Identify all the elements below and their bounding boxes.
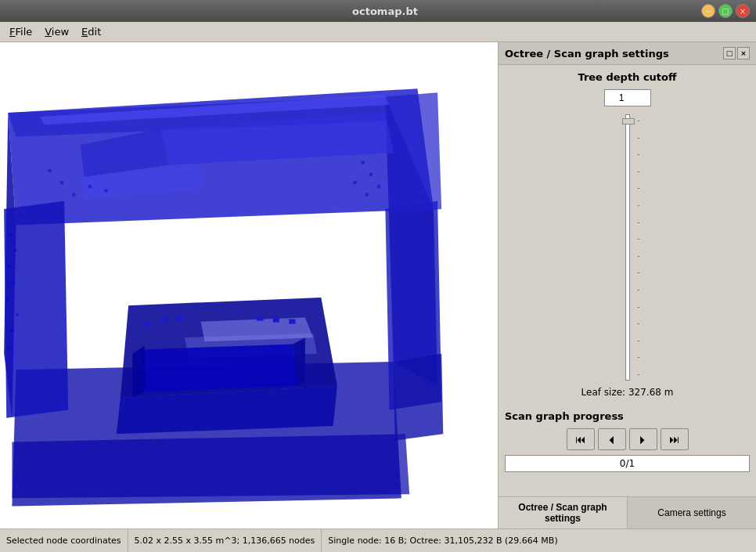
tick-11: -	[637, 286, 639, 294]
svg-rect-31	[289, 319, 295, 324]
scan-graph-section: Scan graph progress ⏮ ⏴ ⏵ ⏭ 0/1	[505, 410, 750, 472]
tick-4: -	[637, 168, 639, 175]
svg-rect-45	[353, 181, 356, 184]
status-label: Selected node coordinates	[6, 536, 121, 546]
tick-15: -	[637, 353, 639, 361]
transport-controls: ⏮ ⏴ ⏵ ⏭	[505, 428, 750, 450]
settings-content: Tree depth cutoff - - - - - -	[499, 65, 756, 496]
btn-rewind[interactable]: ⏮	[567, 428, 595, 450]
tick-12: -	[637, 303, 639, 311]
minimize-button[interactable]: −	[701, 4, 715, 18]
svg-rect-16	[12, 281, 14, 283]
statusbar: Selected node coordinates 5.02 x 2.55 x …	[0, 529, 756, 552]
svg-rect-43	[377, 185, 380, 188]
tick-5: -	[637, 184, 639, 192]
svg-rect-39	[88, 185, 92, 188]
svg-rect-44	[365, 193, 369, 197]
status-memory: Single node: 16 B; Octree: 31,105,232 B …	[328, 536, 557, 546]
svg-rect-30	[273, 318, 279, 323]
svg-rect-26	[145, 322, 151, 327]
svg-marker-10	[385, 92, 441, 213]
tree-depth-input[interactable]	[604, 89, 651, 106]
leaf-size-label: Leaf size:	[581, 387, 626, 398]
leaf-size-display: Leaf size: 327.68 m	[581, 387, 674, 398]
panel-float-button[interactable]: □	[723, 47, 736, 60]
tab-bar: Octree / Scan graph settings Camera sett…	[499, 496, 756, 529]
svg-rect-40	[104, 189, 107, 192]
svg-rect-20	[8, 345, 10, 348]
svg-rect-14	[14, 249, 16, 251]
scan-graph-title: Scan graph progress	[505, 410, 750, 422]
scan-progress-bar: 0/1	[505, 455, 750, 472]
tree-depth-slider-track: - - - - - - - - - - - - -	[625, 114, 630, 381]
menu-file[interactable]: FFile	[3, 24, 38, 39]
svg-rect-36	[49, 169, 52, 172]
svg-rect-19	[11, 330, 13, 332]
svg-rect-37	[60, 181, 63, 184]
menu-edit[interactable]: Edit	[75, 24, 107, 39]
progress-value: 0/1	[620, 458, 635, 469]
svg-marker-23	[136, 344, 297, 392]
tree-depth-section: Tree depth cutoff - - - - - -	[505, 71, 750, 398]
svg-rect-27	[160, 318, 167, 323]
tick-16: -	[637, 370, 639, 378]
tree-depth-slider-thumb[interactable]	[622, 118, 635, 124]
svg-rect-42	[369, 173, 373, 176]
panel-close-button[interactable]: ×	[737, 47, 750, 60]
svg-rect-17	[6, 298, 9, 300]
3d-scene-svg	[0, 42, 498, 529]
titlebar: octomap.bt − □ ×	[0, 0, 756, 22]
window-controls: − □ ×	[701, 4, 750, 18]
tick-8: -	[637, 235, 639, 243]
leaf-size-value: 327.68 m	[628, 387, 674, 398]
svg-marker-33	[12, 434, 409, 498]
status-coordinates: 5.02 x 2.55 x 3.55 m^3; 1,136,665 nodes	[135, 536, 315, 546]
tick-7: -	[637, 218, 639, 226]
tick-3: -	[637, 150, 639, 158]
tick-14: -	[637, 337, 639, 345]
btn-next[interactable]: ⏵	[629, 428, 657, 450]
3d-viewport[interactable]	[0, 42, 498, 529]
menubar: FFile View Edit	[0, 22, 756, 42]
tick-2: -	[637, 134, 639, 142]
svg-rect-38	[72, 193, 75, 197]
tick-13: -	[637, 319, 639, 327]
status-coordinates-segment: 5.02 x 2.55 x 3.55 m^3; 1,136,665 nodes	[128, 529, 322, 552]
tick-10: -	[637, 269, 639, 276]
tree-depth-title: Tree depth cutoff	[578, 71, 676, 83]
tick-9: -	[637, 252, 639, 260]
scene-container	[0, 42, 498, 529]
panel-header-buttons: □ ×	[723, 47, 750, 60]
right-panel: Octree / Scan graph settings □ × Tree de…	[498, 42, 756, 529]
btn-prev[interactable]: ⏴	[598, 428, 626, 450]
svg-rect-29	[257, 316, 263, 320]
tab-camera-settings[interactable]: Camera settings	[628, 497, 756, 529]
maximize-button[interactable]: □	[718, 4, 733, 18]
svg-marker-8	[4, 201, 68, 418]
svg-marker-24	[132, 345, 144, 398]
svg-rect-15	[8, 265, 10, 268]
svg-rect-41	[362, 161, 365, 164]
menu-view[interactable]: View	[38, 24, 75, 39]
status-label-segment: Selected node coordinates	[0, 529, 128, 552]
tick-1: -	[637, 117, 639, 124]
btn-end[interactable]: ⏭	[661, 428, 689, 450]
window-title: octomap.bt	[69, 5, 701, 17]
panel-header: Octree / Scan graph settings □ ×	[499, 42, 756, 65]
svg-rect-28	[177, 316, 183, 320]
tab-octree-settings[interactable]: Octree / Scan graph settings	[499, 497, 628, 529]
svg-rect-13	[9, 233, 12, 236]
svg-rect-18	[16, 313, 19, 316]
main-content: Octree / Scan graph settings □ × Tree de…	[0, 42, 756, 529]
status-memory-segment: Single node: 16 B; Octree: 31,105,232 B …	[322, 529, 563, 552]
tick-6: -	[637, 201, 639, 209]
svg-marker-34	[394, 354, 444, 441]
panel-title: Octree / Scan graph settings	[505, 48, 669, 60]
close-button[interactable]: ×	[736, 4, 750, 18]
